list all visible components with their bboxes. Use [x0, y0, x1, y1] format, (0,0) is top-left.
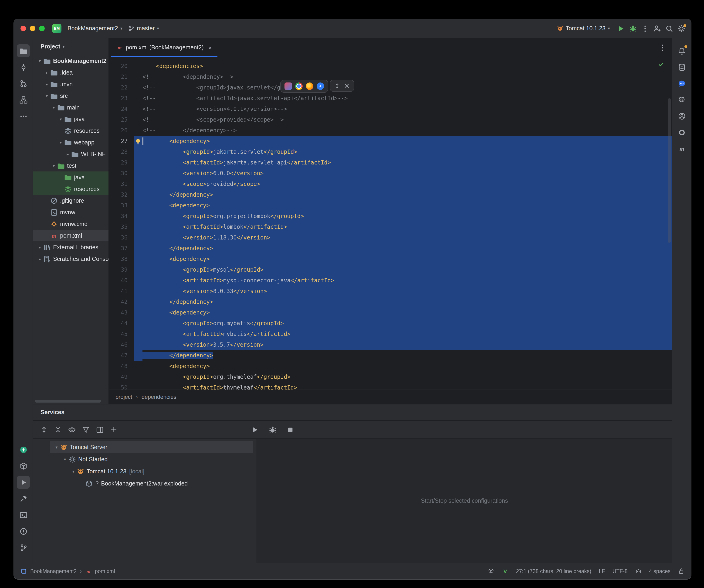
code-line-26[interactable]: 26<!-- </dependency>-->: [109, 125, 672, 136]
code-line-24[interactable]: 24<!-- <version>4.0.1</version>-->: [109, 104, 672, 115]
commit-icon[interactable]: [17, 61, 30, 73]
code-line-29[interactable]: 29 <artifactId>jakarta.servlet-api</arti…: [109, 158, 672, 168]
run-button[interactable]: [617, 24, 625, 33]
project-tree-item--gitignore[interactable]: .gitignore: [33, 195, 109, 206]
code-line-28[interactable]: 28 <groupId>jakarta.servlet</groupId>: [109, 147, 672, 158]
project-widget[interactable]: BookManagement2 ▾: [65, 25, 125, 32]
stop-button[interactable]: [284, 424, 296, 436]
firefox-browser-icon[interactable]: [306, 83, 313, 90]
show-options-button[interactable]: [66, 424, 78, 436]
code-line-38[interactable]: 38 <dependency>: [109, 254, 672, 265]
status-project[interactable]: BookManagement2: [30, 569, 76, 574]
code-line-23[interactable]: 23<!-- <artifactId>javax.servlet-api</ar…: [109, 93, 672, 104]
safari-browser-icon[interactable]: [316, 83, 324, 90]
code-line-36[interactable]: 36 <version>1.18.30</version>: [109, 232, 672, 243]
minimize-window-button[interactable]: [30, 25, 36, 31]
close-icon[interactable]: [344, 83, 350, 89]
add-service-button[interactable]: [108, 424, 120, 436]
close-tab-icon[interactable]: ×: [209, 44, 212, 51]
project-panel-header[interactable]: Project ▾: [33, 38, 109, 55]
code-line-48[interactable]: 48 <dependency>: [109, 361, 672, 372]
project-tree-item--mvn[interactable]: ▸.mvn: [33, 78, 109, 90]
branch-widget[interactable]: master ▾: [125, 25, 162, 32]
services-panel-header[interactable]: Services: [33, 405, 672, 420]
debug-button[interactable]: [629, 24, 637, 33]
project-tree-item-bookmanagement2[interactable]: ▾BookManagement2~/Desktop/Projects/BookM: [33, 55, 109, 67]
v-plugin-icon[interactable]: V: [502, 568, 509, 575]
code-line-37[interactable]: 37 </dependency>: [109, 243, 672, 254]
version-control-icon[interactable]: [17, 541, 30, 554]
project-tree-item-resources[interactable]: resources: [33, 125, 109, 137]
services-tree-item-not-started[interactable]: ▾Not Started: [50, 453, 253, 466]
code-line-44[interactable]: 44 <groupId>org.mybatis</groupId>: [109, 318, 672, 329]
project-tree-item-java[interactable]: java: [33, 171, 109, 183]
indent-indicator[interactable]: 4 spaces: [649, 569, 670, 574]
project-tree-item-test[interactable]: ▾test: [33, 160, 109, 171]
code-line-41[interactable]: 41 <version>8.0.33</version>: [109, 286, 672, 297]
ai-assistant-status-icon[interactable]: [635, 568, 642, 575]
project-tree-item-main[interactable]: ▾main: [33, 102, 109, 113]
code-with-me-button[interactable]: [653, 24, 661, 33]
services-icon[interactable]: [17, 476, 30, 489]
project-tree-item-mvnw-cmd[interactable]: mvnw.cmd: [33, 218, 109, 230]
notifications-icon[interactable]: [675, 44, 688, 57]
code-editor[interactable]: 20 <dependencies>21<!-- <dependency>-->2…: [109, 57, 672, 389]
maven-icon[interactable]: m: [675, 142, 688, 155]
code-line-33[interactable]: 33 <dependency>: [109, 200, 672, 211]
problems-icon[interactable]: [17, 525, 30, 538]
filter-button[interactable]: [80, 424, 92, 436]
more-tool-windows-icon[interactable]: [17, 109, 30, 122]
structure-icon[interactable]: [17, 93, 30, 106]
code-line-40[interactable]: 40 <artifactId>mysql-connector-java</art…: [109, 275, 672, 286]
project-tree-item-external-libraries[interactable]: ▸External Libraries: [33, 242, 109, 253]
project-horizontal-scrollbar[interactable]: [35, 400, 101, 403]
breadcrumb-project[interactable]: project: [115, 394, 132, 400]
collapse-all-button[interactable]: [52, 424, 64, 436]
code-line-42[interactable]: 42 </dependency>: [109, 297, 672, 308]
services-tree-item-tomcat-server[interactable]: ▾Tomcat Server: [50, 441, 253, 453]
breadcrumb-dependencies[interactable]: dependencies: [141, 394, 176, 400]
services-tree-item-tomcat-10-1-23[interactable]: ▾Tomcat 10.1.23[local]: [50, 466, 253, 478]
code-line-22[interactable]: 22<!-- <groupId>javax.servlet</groupId>-…: [109, 83, 672, 93]
file-encoding-indicator[interactable]: UTF-8: [612, 569, 628, 574]
intention-bulb-icon[interactable]: [134, 138, 141, 145]
inspections-ok-icon[interactable]: [658, 61, 664, 67]
caret-position[interactable]: 27:1 (738 chars, 20 line breaks): [516, 569, 591, 574]
lock-icon[interactable]: [678, 568, 685, 575]
code-line-20[interactable]: 20 <dependencies>: [109, 61, 672, 72]
database-icon[interactable]: [675, 61, 688, 73]
terminal-icon[interactable]: [17, 508, 30, 521]
code-line-50[interactable]: 50 <artifactId>thymeleaf</artifactId>: [109, 382, 672, 389]
project-tree-item-resources[interactable]: resources: [33, 183, 109, 195]
run-configuration-selector[interactable]: Tomcat 10.1.23 ▾: [554, 25, 613, 32]
packages-icon[interactable]: [17, 460, 30, 473]
code-line-21[interactable]: 21<!-- <dependency>-->: [109, 72, 672, 83]
code-line-34[interactable]: 34 <groupId>org.projectlombok</groupId>: [109, 211, 672, 222]
project-tree-item-web-inf[interactable]: ▸WEB-INF: [33, 148, 109, 160]
code-line-27[interactable]: 27 <dependency>: [109, 136, 672, 147]
project-status-icon[interactable]: [20, 568, 27, 575]
navigate-button[interactable]: [38, 424, 50, 436]
pull-requests-icon[interactable]: [17, 77, 30, 90]
code-line-25[interactable]: 25<!-- <scope>provided</scope>-->: [109, 115, 672, 125]
builtin-browser-icon[interactable]: [285, 83, 292, 90]
openai-icon[interactable]: [675, 93, 688, 106]
code-line-49[interactable]: 49 <groupId>org.thymeleaf</groupId>: [109, 372, 672, 382]
project-tree-item-webapp[interactable]: ▾webapp: [33, 137, 109, 148]
code-line-31[interactable]: 31 <scope>provided</scope>: [109, 179, 672, 190]
code-line-30[interactable]: 30 <version>6.0.0</version>: [109, 168, 672, 179]
code-line-35[interactable]: 35 <artifactId>lombok</artifactId>: [109, 222, 672, 232]
widget-arrows-icon[interactable]: [334, 83, 340, 89]
more-actions-button[interactable]: [641, 24, 649, 33]
split-view-button[interactable]: [94, 424, 106, 436]
code-line-39[interactable]: 39 <groupId>mysql</groupId>: [109, 265, 672, 275]
search-everywhere-button[interactable]: [665, 24, 673, 33]
project-tree-item-mvnw[interactable]: mvnw: [33, 206, 109, 218]
line-separator-indicator[interactable]: LF: [599, 569, 605, 574]
tab-options-icon[interactable]: [658, 44, 666, 51]
ai-plugin-icon[interactable]: [17, 443, 30, 456]
build-icon[interactable]: [17, 492, 30, 505]
project-tree-item--idea[interactable]: ▸.idea: [33, 67, 109, 78]
project-icon[interactable]: [17, 44, 30, 57]
ai-status-icon[interactable]: [488, 568, 494, 575]
